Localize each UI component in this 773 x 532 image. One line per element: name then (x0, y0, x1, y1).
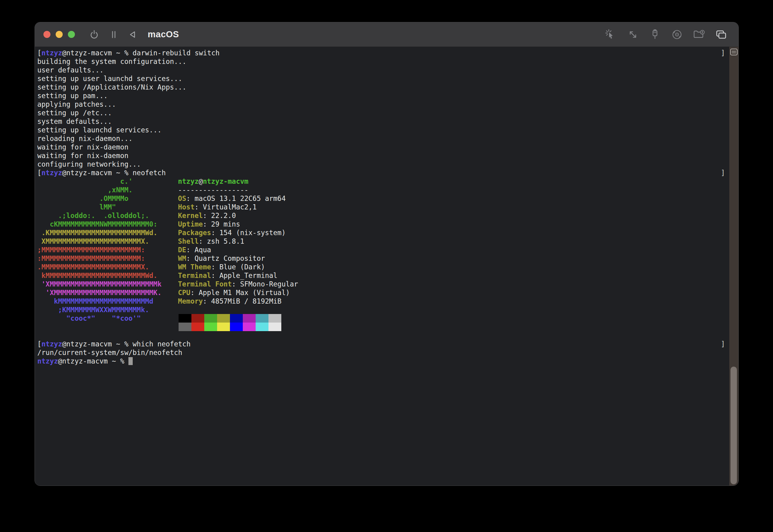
shared-folder-icon[interactable] (692, 28, 706, 42)
minimize-button[interactable] (56, 31, 63, 38)
windows-icon[interactable] (714, 28, 728, 42)
palette-swatch (217, 314, 230, 323)
palette-swatch (256, 323, 268, 331)
usb-icon[interactable] (648, 28, 662, 42)
palette-swatch (243, 314, 256, 323)
terminal-content[interactable]: [ntzyz@ntzyz-macvm ~ % darwin-rebuild sw… (35, 47, 738, 486)
neofetch-info: ntzyz@ntzyz-macvm ----------------- OS: … (178, 177, 298, 305)
back-icon[interactable] (126, 28, 140, 42)
palette-swatch (268, 314, 281, 323)
prompt-mark: ] (721, 49, 725, 57)
resize-icon[interactable] (626, 28, 640, 42)
palette-swatch (256, 314, 268, 323)
palette-swatch (217, 323, 230, 331)
close-button[interactable] (43, 31, 50, 38)
toolbar-right (604, 28, 738, 42)
capture-cursor-icon[interactable] (604, 28, 618, 42)
titlebar[interactable]: macOS (35, 22, 738, 47)
palette-swatch (243, 323, 256, 331)
traffic-lights (43, 31, 75, 38)
palette-swatch (230, 314, 243, 323)
palette-swatch (191, 314, 204, 323)
power-icon[interactable] (87, 28, 101, 42)
palette-swatch (191, 323, 204, 331)
terminal-scrollbar[interactable] (729, 47, 738, 486)
palette-swatch (179, 314, 191, 323)
prompt-mark: ] (721, 168, 725, 177)
palette-swatch (204, 314, 217, 323)
vm-window: macOS (35, 22, 739, 486)
window-title: macOS (148, 29, 179, 39)
disk-icon[interactable] (670, 28, 684, 42)
pause-icon[interactable] (107, 28, 121, 42)
ansi-color-palette (179, 314, 281, 331)
scrollbar-thumb[interactable] (730, 367, 737, 484)
desktop: { "window": { "title": "macOS" }, "title… (0, 0, 773, 532)
palette-swatch (230, 323, 243, 331)
scrollbar-top-icon[interactable] (730, 48, 738, 56)
prompt-mark: ] (721, 340, 725, 348)
zoom-button[interactable] (68, 31, 75, 38)
terminal-cursor (128, 357, 133, 365)
palette-swatch (268, 323, 281, 331)
palette-swatch (204, 323, 217, 331)
palette-swatch (179, 323, 191, 331)
